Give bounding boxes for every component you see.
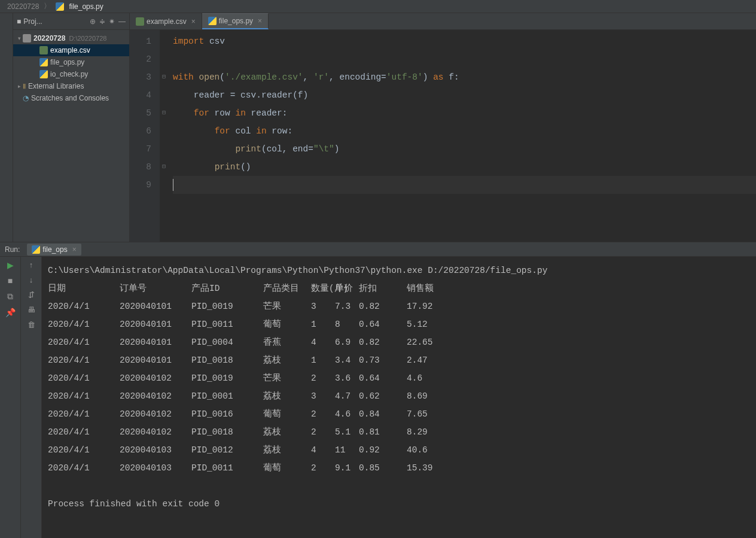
print-icon[interactable]: 🖶	[28, 305, 35, 314]
wrap-icon[interactable]: ⇵	[28, 290, 35, 299]
console-command: C:\Users\Administrator\AppData\Local\Pro…	[48, 262, 750, 279]
code-line[interactable]	[173, 50, 756, 68]
pin-button[interactable]: 📌	[5, 308, 16, 317]
console-data-row: 2020/4/12020040101PID_0011葡萄180.645.12	[48, 315, 750, 333]
breadcrumb-root[interactable]: 20220728	[7, 2, 39, 11]
python-icon	[56, 2, 64, 11]
line-number: 2	[130, 50, 151, 68]
run-toolbar-right: ↑ ↓ ⇵ 🖶 🗑	[21, 257, 42, 538]
python-icon	[208, 17, 217, 25]
left-tool-rail	[0, 13, 13, 242]
console-output[interactable]: C:\Users\Administrator\AppData\Local\Pro…	[42, 257, 756, 538]
code-line[interactable]: import csv	[173, 32, 756, 50]
console-data-row: 2020/4/12020040103PID_0012荔枝4110.9240.6	[48, 441, 750, 459]
code-body[interactable]: import csvwith open('./example.csv', 'r'…	[168, 30, 756, 242]
breadcrumb-sep: 〉	[44, 1, 51, 11]
line-number: 9	[130, 176, 151, 194]
fold-marker[interactable]: ⊟	[160, 68, 168, 86]
console-data-row: 2020/4/12020040101PID_0018荔枝13.40.732.47	[48, 351, 750, 369]
layout-button[interactable]: ⧉	[7, 291, 13, 302]
code-editor[interactable]: 123456789 ⊟⊟⊟ import csvwith open('./exa…	[130, 30, 756, 242]
tree-file-label: file_ops.py	[50, 58, 84, 66]
python-icon	[32, 245, 40, 254]
python-icon	[39, 58, 48, 66]
line-number: 6	[130, 122, 151, 140]
fold-marker[interactable]: ⊟	[160, 158, 168, 176]
editor-tab[interactable]: file_ops.py×	[202, 13, 269, 29]
console-data-row: 2020/4/12020040102PID_0016葡萄24.60.847.65	[48, 405, 750, 423]
code-line[interactable]: print()	[173, 158, 756, 176]
fold-marker	[160, 86, 168, 104]
console-exit: Process finished with exit code 0	[48, 495, 750, 513]
console-data-row: 2020/4/12020040102PID_0001荔枝34.70.628.69	[48, 387, 750, 405]
run-toolbar-left: ▶ ■ ⧉ 📌	[0, 257, 21, 538]
stop-button[interactable]: ■	[8, 276, 13, 285]
folder-icon	[23, 34, 31, 42]
line-number: 1	[130, 32, 151, 50]
run-label: Run:	[5, 245, 20, 254]
run-panel: Run: file_ops × ▶ ■ ⧉ 📌 ↑ ↓ ⇵ 🖶 🗑 C:\Use…	[0, 242, 756, 538]
project-panel: ■ Proj... ⊕ ≑ ✷ — ▾ 20220728 D:\20220728…	[13, 13, 130, 242]
fold-marker	[160, 122, 168, 140]
chevron-down-icon[interactable]: ▾	[16, 35, 23, 41]
tree-external-label: External Libraries	[28, 82, 84, 90]
expand-icon[interactable]: ≑	[99, 17, 105, 26]
line-gutter: 123456789	[130, 30, 160, 242]
console-data-row: 2020/4/12020040103PID_0011葡萄29.10.8515.3…	[48, 459, 750, 477]
code-line[interactable]: for col in row:	[173, 122, 756, 140]
tree-file[interactable]: example.csv	[13, 44, 129, 56]
code-line[interactable]: print(col, end="\t")	[173, 140, 756, 158]
line-number: 3	[130, 68, 151, 86]
tab-label: example.csv	[147, 17, 187, 26]
close-icon[interactable]: ×	[191, 17, 196, 26]
trash-icon[interactable]: 🗑	[28, 320, 35, 329]
project-panel-header: ■ Proj... ⊕ ≑ ✷ —	[13, 13, 129, 30]
editor-tabs: example.csv×file_ops.py×	[130, 13, 756, 30]
scratches-icon: ◔	[23, 94, 29, 102]
fold-marker	[160, 50, 168, 68]
breadcrumb-file[interactable]: file_ops.py	[69, 2, 103, 11]
close-icon[interactable]: ×	[258, 17, 262, 25]
hide-icon[interactable]: —	[118, 17, 126, 26]
project-panel-title: Proj...	[23, 17, 42, 26]
tree-external[interactable]: ▸ ⫴ External Libraries	[13, 80, 129, 92]
tab-label: file_ops.py	[219, 17, 253, 25]
locate-icon[interactable]: ⊕	[90, 17, 96, 26]
tree-file[interactable]: file_ops.py	[13, 56, 129, 68]
run-tab[interactable]: file_ops ×	[27, 244, 81, 256]
code-line[interactable]: with open('./example.csv', 'r', encoding…	[173, 68, 756, 86]
settings-icon[interactable]: ✷	[109, 17, 115, 26]
editor-tab[interactable]: example.csv×	[130, 13, 202, 29]
line-number: 5	[130, 104, 151, 122]
python-icon	[39, 70, 48, 78]
tree-root[interactable]: ▾ 20220728 D:\20220728	[13, 32, 129, 44]
down-icon[interactable]: ↓	[29, 275, 33, 284]
tree-scratches[interactable]: ◔ Scratches and Consoles	[13, 92, 129, 104]
console-data-row: 2020/4/12020040101PID_0004香蕉46.90.8222.6…	[48, 333, 750, 351]
code-line[interactable]: for row in reader:	[173, 104, 756, 122]
tree-file-label: io_check.py	[50, 70, 88, 78]
console-data-row: 2020/4/12020040102PID_0019芒果23.60.644.6	[48, 369, 750, 387]
breadcrumb-bar: 20220728 〉 file_ops.py	[0, 0, 756, 13]
chevron-right-icon[interactable]: ▸	[16, 83, 23, 89]
line-number: 4	[130, 86, 151, 104]
library-icon: ⫴	[23, 82, 26, 90]
fold-marker	[160, 32, 168, 50]
line-number: 8	[130, 158, 151, 176]
code-line[interactable]	[173, 176, 756, 194]
close-icon[interactable]: ×	[72, 245, 77, 254]
tree-root-path: D:\20220728	[69, 35, 106, 42]
csv-icon	[39, 46, 48, 54]
up-icon[interactable]: ↑	[29, 260, 33, 269]
fold-marker[interactable]: ⊟	[160, 104, 168, 122]
run-button[interactable]: ▶	[7, 260, 14, 270]
project-tree: ▾ 20220728 D:\20220728 example.csvfile_o…	[13, 30, 129, 107]
line-number: 7	[130, 140, 151, 158]
editor-area: example.csv×file_ops.py× 123456789 ⊟⊟⊟ i…	[130, 13, 756, 242]
run-tab-label: file_ops	[42, 245, 67, 254]
code-line[interactable]: reader = csv.reader(f)	[173, 86, 756, 104]
tree-file[interactable]: io_check.py	[13, 68, 129, 80]
tree-root-label: 20220728	[33, 34, 65, 42]
console-data-row: 2020/4/12020040102PID_0018荔枝25.10.818.29	[48, 423, 750, 441]
csv-icon	[136, 17, 144, 26]
